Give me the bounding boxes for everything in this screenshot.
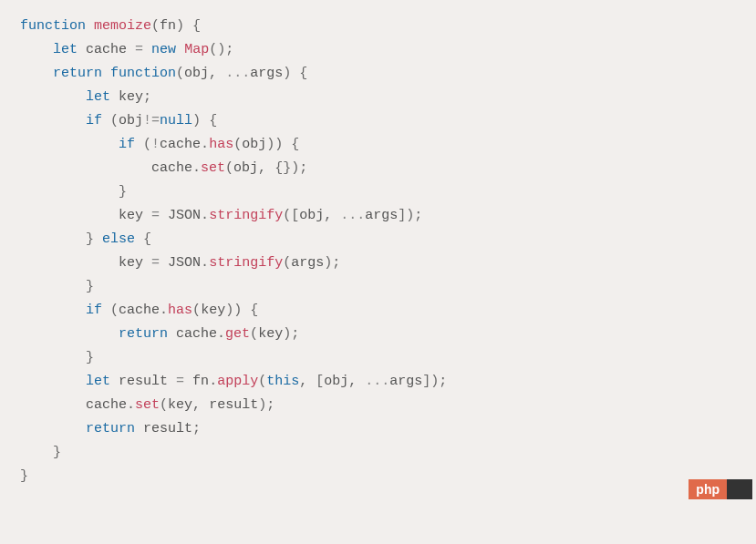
identifier: args [365, 208, 398, 223]
punct: ( [233, 137, 242, 152]
operator: = [151, 208, 160, 223]
identifier: result [119, 374, 168, 389]
identifier: args [291, 255, 324, 271]
watermark-left: php [689, 479, 727, 499]
punct: {}); [274, 160, 307, 176]
identifier: obj [184, 66, 209, 81]
punct: { [250, 303, 258, 318]
punct: )) [225, 303, 242, 318]
method-stringify: stringify [209, 208, 283, 223]
identifier: cache [160, 137, 201, 152]
keyword-else: else [102, 231, 135, 247]
method-has: has [209, 137, 233, 152]
keyword-function: function [20, 18, 86, 34]
identifier: key [168, 397, 192, 413]
punct: ); [258, 397, 274, 413]
identifier: cache [151, 160, 192, 176]
keyword-return: return [119, 326, 168, 342]
punct: ( [258, 374, 266, 389]
punct: } [20, 468, 28, 484]
punct: , [348, 374, 357, 389]
punct: ; [192, 421, 201, 436]
punct: . [201, 208, 209, 223]
identifier: cache [86, 42, 127, 57]
keyword-let: let [86, 89, 110, 105]
identifier: result [143, 421, 192, 436]
keyword-this: this [266, 374, 299, 389]
punct: ( [151, 18, 160, 34]
punct: ]); [398, 208, 422, 223]
punct: } [53, 445, 61, 460]
method-apply: apply [217, 374, 258, 389]
punct: , [258, 160, 266, 176]
identifier: cache [176, 326, 217, 342]
punct: } [119, 184, 127, 200]
punct: . [209, 374, 217, 389]
punct: . [217, 326, 225, 342]
punct: . [160, 303, 168, 318]
keyword-if: if [86, 303, 102, 318]
punct: ( [225, 160, 233, 176]
identifier: obj [324, 374, 348, 389]
punct: [ [316, 374, 324, 389]
keyword-let: let [86, 374, 110, 389]
punct: ) [283, 66, 291, 81]
punct: ( [110, 303, 119, 318]
operator: != [143, 113, 160, 128]
punct: ( [250, 326, 258, 342]
method-set: set [201, 160, 225, 176]
punct: { [192, 18, 201, 34]
punct: , [192, 397, 201, 413]
watermark-right [727, 479, 752, 499]
watermark: php [689, 479, 752, 499]
punct: ) [192, 113, 201, 128]
identifier: obj [299, 208, 324, 223]
punct: )) [266, 137, 283, 152]
punct: { [143, 231, 151, 247]
identifier: result [209, 397, 258, 413]
operator: = [135, 42, 143, 57]
punct: , [299, 374, 307, 389]
operator: = [176, 374, 184, 389]
keyword-if: if [86, 113, 102, 128]
keyword-function: function [110, 66, 176, 81]
identifier-json: JSON [168, 255, 201, 271]
keyword-null: null [160, 113, 192, 128]
punct: (); [209, 42, 233, 57]
identifier: key [201, 303, 225, 318]
identifier: cache [86, 397, 127, 413]
identifier: key [119, 89, 143, 105]
identifier: obj [119, 113, 143, 128]
punct: { [209, 113, 217, 128]
punct: { [291, 137, 299, 152]
punct: ]); [422, 374, 447, 389]
punct: ([ [283, 208, 299, 223]
punct: ); [324, 255, 340, 271]
punct: ( [160, 397, 168, 413]
method-get: get [225, 326, 250, 342]
operator: ... [225, 66, 250, 81]
keyword-let: let [53, 42, 78, 57]
method-stringify: stringify [209, 255, 283, 271]
operator: ... [365, 374, 389, 389]
keyword-return: return [53, 66, 102, 81]
punct: } [86, 231, 94, 247]
keyword-if: if [119, 137, 135, 152]
identifier-memoize: memoize [94, 18, 151, 34]
identifier: fn [160, 18, 176, 34]
identifier: cache [119, 303, 160, 318]
punct: . [201, 137, 209, 152]
keyword-new: new [151, 42, 176, 57]
method-has: has [168, 303, 192, 318]
identifier: obj [233, 160, 258, 176]
identifier-map: Map [184, 42, 209, 57]
identifier: key [258, 326, 283, 342]
punct: ( [283, 255, 291, 271]
punct: ; [143, 89, 151, 105]
punct: ); [283, 326, 299, 342]
identifier-json: JSON [168, 208, 201, 223]
punct: ( [176, 66, 184, 81]
operator: = [151, 255, 160, 271]
punct: , [209, 66, 217, 81]
code-block: function memoize(fn) { let cache = new M… [0, 0, 756, 503]
